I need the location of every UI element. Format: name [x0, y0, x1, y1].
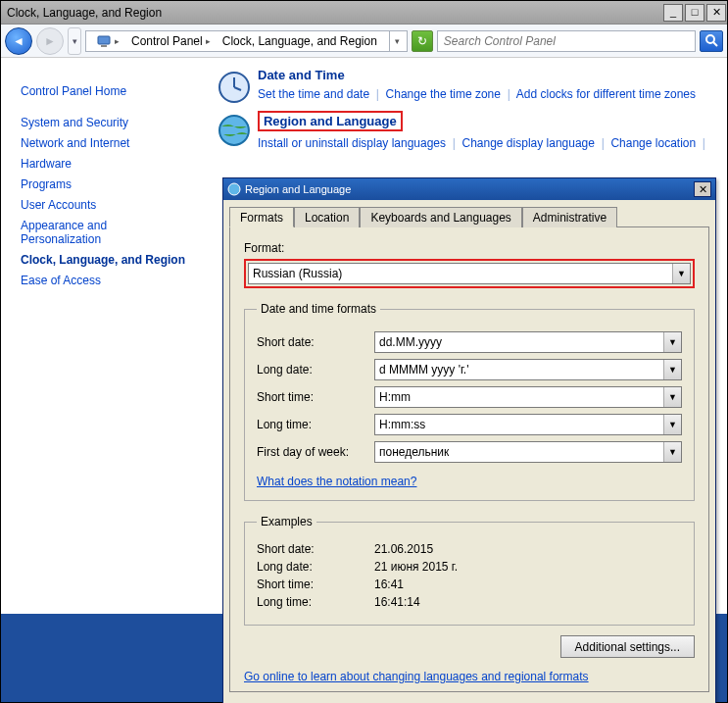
- sidebar-item-user-accounts[interactable]: User Accounts: [21, 198, 187, 212]
- control-panel-home[interactable]: Control Panel Home: [21, 84, 187, 98]
- close-button[interactable]: ✕: [706, 4, 726, 22]
- additional-settings-button[interactable]: Additional settings...: [560, 635, 695, 658]
- link-change-location[interactable]: Change location: [610, 136, 696, 150]
- clock-icon: [217, 70, 252, 105]
- short-time-combo[interactable]: [374, 386, 682, 408]
- format-label: Format:: [244, 241, 695, 255]
- first-day-combo[interactable]: [374, 441, 682, 463]
- sidebar-item-programs[interactable]: Programs: [21, 177, 187, 191]
- dialog-title: Region and Language: [245, 183, 351, 195]
- breadcrumb-root[interactable]: Control Panel: [131, 34, 203, 48]
- region-language-dialog: Region and Language ✕ Formats Location K…: [222, 177, 716, 703]
- back-button[interactable]: ◄: [5, 27, 32, 55]
- online-help-link[interactable]: Go online to learn about changing langua…: [244, 670, 589, 683]
- examples-group: Examples Short date:21.06.2015 Long date…: [244, 515, 695, 626]
- format-combo[interactable]: [248, 263, 691, 284]
- dialog-titlebar[interactable]: Region and Language ✕: [223, 178, 715, 200]
- tab-panel-formats: Format: ▼ Date and time formats Short da…: [229, 226, 709, 692]
- ex-long-time-value: 16:41:14: [374, 595, 420, 609]
- sidebar-item-hardware[interactable]: Hardware: [21, 157, 187, 171]
- svg-point-8: [228, 183, 240, 195]
- search-box[interactable]: [437, 30, 696, 52]
- category-title-date-time[interactable]: Date and Time: [258, 68, 696, 82]
- examples-legend: Examples: [257, 515, 316, 528]
- sidebar-item-appearance[interactable]: Appearance and Personalization: [21, 219, 187, 246]
- tab-location[interactable]: Location: [294, 207, 360, 227]
- long-time-label: Long time:: [257, 418, 374, 431]
- short-date-combo[interactable]: [374, 331, 682, 353]
- window-titlebar: Clock, Language, and Region _ □ ✕: [1, 1, 727, 25]
- category-title-region-language[interactable]: Region and Language: [258, 111, 403, 131]
- forward-button: ►: [36, 27, 64, 55]
- tabs: Formats Location Keyboards and Languages…: [229, 206, 709, 226]
- search-icon: [705, 34, 718, 47]
- breadcrumb[interactable]: ▸ Control Panel▸ Clock, Language, and Re…: [85, 30, 408, 52]
- computer-icon: [96, 33, 112, 49]
- fieldset-legend: Date and time formats: [257, 302, 380, 316]
- ex-long-date-label: Long date:: [257, 560, 374, 574]
- link-change-timezone[interactable]: Change the time zone: [386, 87, 501, 101]
- globe-icon: [217, 113, 252, 148]
- svg-rect-1: [101, 45, 107, 47]
- sidebar: Control Panel Home System and Security N…: [1, 58, 197, 702]
- sidebar-item-clock-language[interactable]: Clock, Language, and Region: [21, 253, 187, 267]
- svg-point-7: [219, 116, 249, 145]
- tab-formats[interactable]: Formats: [229, 207, 294, 227]
- long-date-label: Long date:: [257, 363, 374, 377]
- ex-short-date-value: 21.06.2015: [374, 542, 433, 556]
- long-time-combo[interactable]: [374, 414, 682, 435]
- link-change-display-language[interactable]: Change display language: [462, 136, 595, 150]
- ex-long-date-value: 21 июня 2015 г.: [374, 560, 458, 574]
- nav-bar: ◄ ► ▾ ▸ Control Panel▸ Clock, Language, …: [1, 25, 727, 58]
- ex-short-date-label: Short date:: [257, 542, 374, 556]
- breadcrumb-current[interactable]: Clock, Language, and Region: [222, 34, 377, 48]
- sidebar-item-network[interactable]: Network and Internet: [21, 136, 187, 150]
- search-button[interactable]: [700, 30, 723, 52]
- sidebar-item-system-security[interactable]: System and Security: [21, 116, 187, 129]
- tab-administrative[interactable]: Administrative: [522, 207, 617, 227]
- ex-short-time-label: Short time:: [257, 577, 374, 591]
- first-day-label: First day of week:: [257, 445, 374, 459]
- date-time-formats-group: Date and time formats Short date: ▼ Long…: [244, 302, 695, 501]
- link-set-time[interactable]: Set the time and date: [258, 87, 369, 101]
- ex-long-time-label: Long time:: [257, 595, 374, 609]
- maximize-button[interactable]: □: [685, 4, 704, 22]
- ex-short-time-value: 16:41: [374, 577, 404, 591]
- svg-rect-0: [98, 36, 110, 44]
- link-install-languages[interactable]: Install or uninstall display languages: [258, 136, 446, 150]
- window-title: Clock, Language, and Region: [7, 6, 162, 20]
- long-date-combo[interactable]: [374, 359, 682, 380]
- link-add-clocks[interactable]: Add clocks for different time zones: [516, 87, 696, 101]
- search-input[interactable]: [438, 34, 695, 48]
- sidebar-item-ease-of-access[interactable]: Ease of Access: [21, 274, 187, 287]
- tab-keyboards[interactable]: Keyboards and Languages: [360, 207, 521, 227]
- history-dropdown[interactable]: ▾: [68, 27, 81, 55]
- svg-point-2: [706, 35, 714, 43]
- dialog-close-button[interactable]: ✕: [694, 181, 711, 197]
- short-date-label: Short date:: [257, 335, 374, 349]
- refresh-button[interactable]: ↻: [412, 30, 433, 52]
- minimize-button[interactable]: _: [663, 4, 683, 22]
- globe-small-icon: [227, 182, 241, 196]
- short-time-label: Short time:: [257, 390, 374, 404]
- svg-line-3: [713, 42, 717, 46]
- notation-link[interactable]: What does the notation mean?: [257, 475, 416, 488]
